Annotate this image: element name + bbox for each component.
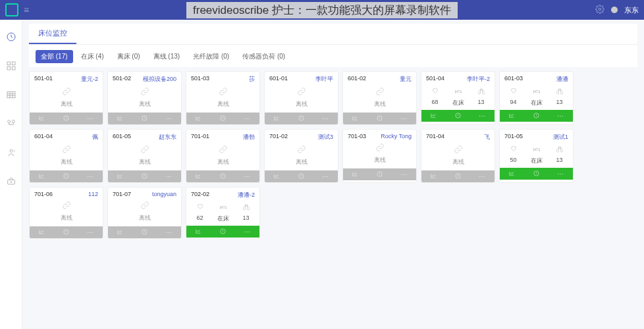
chart-icon[interactable] [352, 113, 359, 124]
bed-card[interactable]: 701-07tongyuan离线⋯ [107, 187, 182, 239]
chart-icon[interactable] [38, 170, 45, 182]
patient-name: 112 [88, 191, 98, 197]
history-icon[interactable] [219, 170, 227, 182]
filter-chip[interactable]: 离床 (0) [112, 50, 146, 63]
filter-chip[interactable]: 传感器负荷 (0) [237, 50, 290, 63]
sidebar-item-table[interactable] [6, 89, 16, 100]
history-icon[interactable] [141, 170, 148, 182]
tab-bed-monitoring[interactable]: 床位监控 [29, 24, 76, 44]
bed-card[interactable]: 501-03莎离线⋯ [186, 71, 260, 125]
more-icon[interactable]: ⋯ [400, 115, 408, 122]
bed-card[interactable]: 701-01潘勃离线⋯ [186, 129, 260, 183]
chart-icon[interactable] [508, 168, 516, 180]
more-icon[interactable]: ⋯ [87, 229, 94, 236]
heart-icon [431, 86, 440, 98]
more-icon[interactable]: ⋯ [244, 115, 251, 122]
room-number: 701-03 [348, 133, 366, 139]
history-icon[interactable] [141, 226, 148, 238]
bed-card[interactable]: 702-02潘潘-262在床13⋯ [186, 187, 260, 239]
history-icon[interactable] [454, 110, 462, 122]
bed-card[interactable]: 601-05赵东东离线⋯ [107, 129, 182, 183]
card-footer: ⋯ [343, 113, 416, 124]
sidebar-item-apps[interactable] [6, 61, 16, 71]
card-footer: ⋯ [108, 170, 181, 182]
filter-chip[interactable]: 在床 (4) [76, 50, 109, 63]
card-footer: ⋯ [108, 113, 181, 124]
filter-chip[interactable]: 光纤故障 (0) [188, 50, 234, 63]
chart-icon[interactable] [195, 113, 202, 124]
more-icon[interactable]: ⋯ [400, 171, 408, 178]
chart-icon[interactable] [38, 226, 45, 238]
chart-icon[interactable] [430, 110, 437, 122]
offline-icon [265, 87, 338, 99]
chart-icon[interactable] [273, 113, 281, 124]
more-icon[interactable]: ⋯ [557, 113, 564, 120]
bed-card[interactable]: 601-01李叶平离线⋯ [264, 71, 338, 125]
menu-toggle-icon[interactable]: ≡ [24, 5, 29, 15]
sidebar-item-dashboard[interactable] [6, 32, 16, 42]
history-icon[interactable] [454, 170, 462, 182]
history-icon[interactable] [298, 113, 305, 124]
history-icon[interactable] [376, 113, 383, 124]
bed-card[interactable]: 701-02测试3离线⋯ [264, 129, 338, 183]
card-footer: ⋯ [500, 168, 573, 180]
bed-card[interactable]: 701-06112离线⋯ [29, 187, 103, 239]
bed-card[interactable]: 501-04李叶平-268在床13⋯ [421, 71, 495, 125]
history-icon[interactable] [219, 113, 227, 124]
more-icon[interactable]: ⋯ [244, 228, 251, 236]
history-icon[interactable] [533, 110, 540, 122]
more-icon[interactable]: ⋯ [165, 173, 173, 180]
more-icon[interactable]: ⋯ [557, 170, 564, 178]
offline-icon [343, 143, 416, 155]
room-number: 701-01 [191, 133, 209, 141]
chart-icon[interactable] [195, 226, 202, 238]
history-icon[interactable] [63, 113, 70, 124]
bed-card[interactable]: 501-02模拟设备200离线⋯ [107, 71, 182, 125]
more-icon[interactable]: ⋯ [244, 173, 251, 180]
chart-icon[interactable] [117, 226, 124, 238]
more-icon[interactable]: ⋯ [479, 113, 486, 120]
history-icon[interactable] [63, 170, 70, 182]
more-icon[interactable]: ⋯ [165, 115, 173, 122]
filter-chip[interactable]: 离线 (13) [148, 50, 186, 63]
more-icon[interactable]: ⋯ [322, 115, 329, 122]
history-icon[interactable] [141, 113, 148, 124]
more-icon[interactable]: ⋯ [87, 115, 94, 122]
filter-chip[interactable]: 全部 (17) [36, 50, 73, 63]
chart-icon[interactable] [195, 170, 202, 182]
avatar-icon[interactable] [611, 7, 618, 13]
history-icon[interactable] [63, 226, 70, 238]
history-icon[interactable] [298, 170, 305, 182]
sidebar-item-toolbox[interactable] [6, 176, 16, 187]
settings-icon[interactable] [595, 5, 604, 15]
history-icon[interactable] [376, 168, 383, 180]
svg-rect-5 [12, 66, 15, 70]
sidebar-item-devices[interactable] [6, 118, 16, 129]
bed-card[interactable]: 601-03潘潘94在床13⋯ [499, 71, 574, 125]
chart-icon[interactable] [117, 170, 124, 182]
bed-card[interactable]: 501-01童元-2离线⋯ [29, 71, 103, 125]
chart-icon[interactable] [273, 170, 281, 182]
bed-card[interactable]: 601-04佩离线⋯ [29, 129, 103, 183]
heart-icon [196, 202, 205, 214]
bed-card[interactable]: 701-03Rocky Tong离线⋯ [342, 129, 417, 183]
more-icon[interactable]: ⋯ [87, 173, 94, 180]
bed-card[interactable]: 701-04飞离线⋯ [421, 129, 495, 183]
patient-name: 潘潘-2 [238, 191, 255, 199]
history-icon[interactable] [533, 168, 540, 180]
username-label: 东东 [624, 5, 639, 15]
more-icon[interactable]: ⋯ [479, 173, 486, 180]
chart-icon[interactable] [352, 168, 359, 180]
chart-icon[interactable] [117, 113, 124, 124]
sidebar-item-users[interactable] [6, 147, 16, 158]
chart-icon[interactable] [38, 113, 45, 124]
bed-card[interactable]: 701-05测试150在床13⋯ [499, 129, 574, 183]
chart-icon[interactable] [430, 170, 437, 182]
svg-point-0 [599, 8, 601, 11]
bed-card[interactable]: 601-02童元离线⋯ [342, 71, 417, 125]
chart-icon[interactable] [508, 110, 516, 122]
rr-value: 13 [477, 99, 484, 105]
more-icon[interactable]: ⋯ [322, 173, 329, 180]
history-icon[interactable] [219, 226, 227, 238]
more-icon[interactable]: ⋯ [165, 229, 173, 236]
